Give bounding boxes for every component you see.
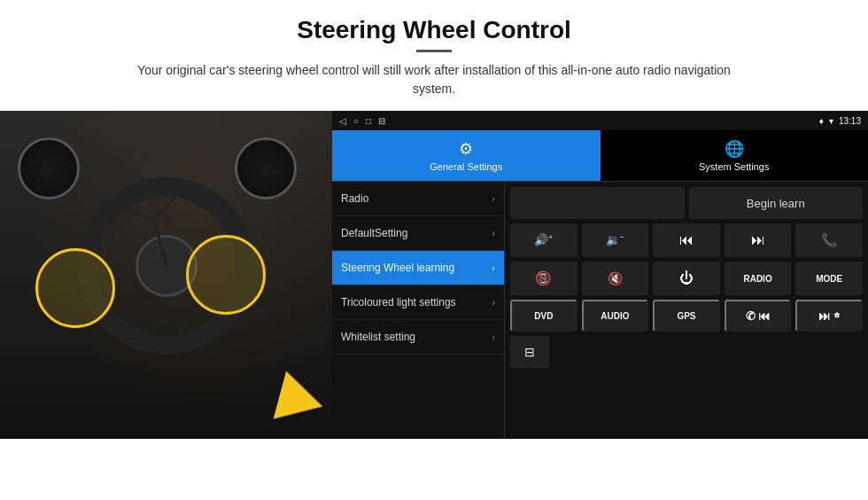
back-nav-icon[interactable]: ◁ [339, 116, 346, 126]
hangup-button[interactable]: 📵 [510, 262, 577, 295]
radio-mode-button[interactable]: RADIO [725, 262, 792, 295]
menu-item-default[interactable]: DefaultSetting › [332, 216, 504, 251]
control-panel: Begin learn 🔊+ 🔉− ⏮ ⏭ [505, 182, 868, 439]
chevron-icon: › [492, 262, 495, 273]
chevron-icon: › [492, 332, 495, 342]
power-button[interactable]: ⏻ [653, 262, 720, 295]
volume-down-icon: 🔉− [606, 233, 624, 246]
mute-icon: 🔇 [608, 271, 623, 285]
status-bar-right: ♦ ▾ 13:13 [819, 116, 861, 126]
audio-label: AUDIO [601, 311, 629, 321]
menu-item-whitelist[interactable]: Whitelist setting › [332, 320, 504, 355]
tab-system-label: System Settings [699, 161, 769, 172]
menu-panel: Radio › DefaultSetting › Steering Wheel … [332, 182, 505, 439]
menu-default-label: DefaultSetting [341, 227, 407, 239]
menu-steering-label: Steering Wheel learning [341, 262, 454, 274]
media-icon-button[interactable]: ⊟ [510, 336, 549, 368]
highlight-circle-left [35, 248, 115, 328]
time-display: 13:13 [839, 116, 861, 126]
mode-label: MODE [816, 274, 842, 284]
highlight-circle-right [186, 235, 266, 315]
phone-prev-button[interactable]: ✆ ⏮ [725, 300, 792, 332]
spoke-2 [106, 205, 154, 220]
spoke-1 [152, 218, 167, 266]
volume-up-icon: 🔊+ [534, 233, 553, 246]
radio-row: Begin learn [510, 187, 863, 219]
menu-radio-label: Radio [341, 192, 368, 205]
menu-nav-icon[interactable]: ⊟ [378, 116, 385, 126]
menu-item-tricoloured[interactable]: Tricoloured light settings › [332, 285, 504, 320]
tab-general-settings[interactable]: ⚙ General Settings [332, 130, 601, 181]
mode-button[interactable]: MODE [795, 262, 863, 295]
chevron-icon: › [492, 297, 495, 308]
home-nav-icon[interactable]: ○ [353, 116, 359, 126]
audio-button[interactable]: AUDIO [582, 300, 649, 332]
globe-icon: 🌐 [725, 139, 744, 159]
tab-bar: ⚙ General Settings 🌐 System Settings [332, 130, 868, 182]
menu-item-radio[interactable]: Radio › [332, 182, 504, 216]
wifi-icon: ▾ [829, 116, 833, 126]
status-bar-nav: ◁ ○ □ ⊟ [339, 116, 385, 126]
power-icon: ⏻ [679, 270, 694, 286]
menu-tricoloured-label: Tricoloured light settings [341, 296, 456, 309]
tab-general-label: General Settings [430, 161, 502, 172]
menu-whitelist-label: Whitelist setting [341, 331, 415, 343]
phone-icon: 📞 [821, 232, 838, 248]
phone-prev-icon: ✆ ⏮ [746, 309, 771, 323]
volume-down-button[interactable]: 🔉− [582, 223, 649, 257]
status-bar: ◁ ○ □ ⊟ ♦ ▾ 13:13 [332, 111, 868, 130]
android-panel: ◁ ○ □ ⊟ ♦ ▾ 13:13 ⚙ General Settings 🌐 S… [332, 111, 868, 439]
content-area: ◁ ○ □ ⊟ ♦ ▾ 13:13 ⚙ General Settings 🌐 S… [0, 111, 868, 439]
menu-item-steering[interactable]: Steering Wheel learning › [332, 251, 504, 285]
dvd-button[interactable]: DVD [510, 300, 577, 332]
tab-system-settings[interactable]: 🌐 System Settings [601, 130, 869, 181]
prev-track-icon: ⏮ [679, 232, 694, 248]
dvd-label: DVD [534, 311, 553, 321]
mute-button[interactable]: 🔇 [582, 262, 649, 295]
radio-display-empty [510, 187, 685, 219]
control-row-1: 🔊+ 🔉− ⏮ ⏭ 📞 [510, 223, 863, 257]
gps-button[interactable]: GPS [653, 300, 720, 332]
signal-icon: ♦ [819, 116, 824, 126]
next-track-button[interactable]: ⏭ [725, 223, 792, 257]
gauge-right [235, 137, 297, 199]
main-content: Radio › DefaultSetting › Steering Wheel … [332, 182, 868, 439]
media-icon: ⊟ [524, 345, 535, 359]
prev-track-button[interactable]: ⏮ [653, 223, 720, 257]
control-row-2: 📵 🔇 ⏻ RADIO MODE [510, 262, 863, 295]
answer-call-button[interactable]: 📞 [795, 223, 863, 257]
radio-label: RADIO [743, 274, 771, 284]
begin-learn-button[interactable]: Begin learn [689, 187, 864, 219]
title-divider [416, 50, 452, 52]
control-row-3: DVD AUDIO GPS ✆ ⏮ ⏭ ☆ [510, 300, 863, 332]
gear-icon: ⚙ [459, 139, 473, 159]
control-row-4: ⊟ [510, 336, 863, 368]
recents-nav-icon[interactable]: □ [366, 116, 371, 126]
volume-up-button[interactable]: 🔊+ [510, 223, 577, 257]
skip-button[interactable]: ⏭ ☆ [795, 300, 863, 332]
subtitle: Your original car's steering wheel contr… [124, 61, 744, 98]
gauge-left [18, 137, 80, 199]
next-track-icon: ⏭ [751, 232, 765, 248]
steering-wheel-image [0, 111, 332, 439]
spoke-3 [152, 184, 189, 220]
chevron-icon: › [492, 193, 495, 204]
page-title: Steering Wheel Control [0, 0, 868, 50]
gps-label: GPS [677, 311, 695, 321]
hangup-icon: 📵 [535, 270, 552, 286]
skip-icon: ⏭ ☆ [818, 309, 840, 323]
chevron-icon: › [492, 228, 495, 238]
